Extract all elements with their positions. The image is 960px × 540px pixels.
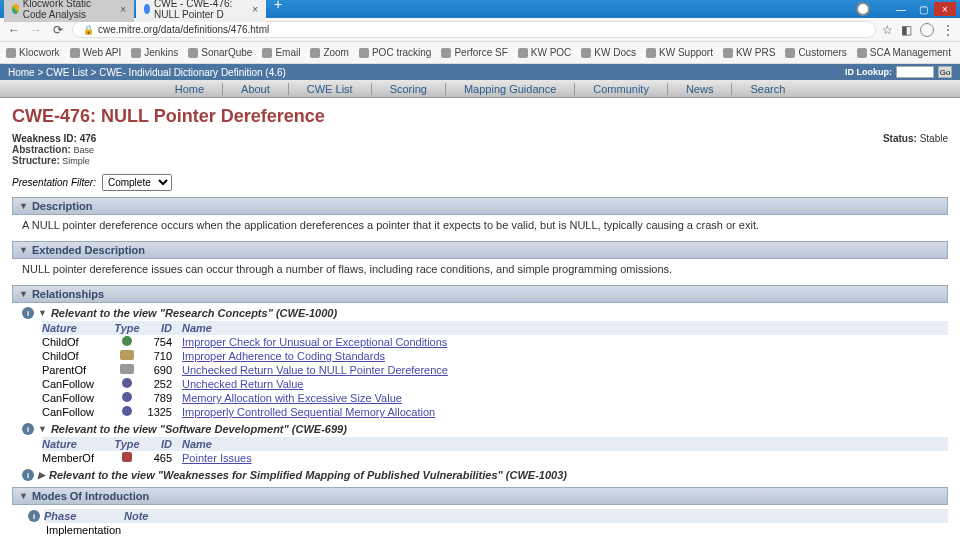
- chevron-down-icon: ▼: [38, 308, 47, 318]
- cwe-link[interactable]: Unchecked Return Value to NULL Pointer D…: [182, 364, 448, 376]
- bookmark-item[interactable]: KW Docs: [581, 47, 636, 58]
- browser-tab-klocwork[interactable]: Klocwork Static Code Analysis ×: [4, 0, 134, 22]
- id-lookup-input[interactable]: [896, 66, 934, 78]
- nav-mapping-guidance[interactable]: Mapping Guidance: [446, 83, 575, 95]
- minimize-button[interactable]: —: [890, 2, 912, 16]
- tab-title: Klocwork Static Code Analysis: [23, 0, 113, 20]
- chevron-down-icon: ▼: [19, 245, 28, 255]
- bookmark-item[interactable]: KW Support: [646, 47, 713, 58]
- info-icon[interactable]: i: [22, 423, 34, 435]
- relationship-row: ParentOf690Unchecked Return Value to NUL…: [42, 363, 948, 377]
- bookmark-icon: [518, 48, 528, 58]
- tab-title: CWE - CWE-476: NULL Pointer D: [154, 0, 244, 20]
- relationship-row: CanFollow789Memory Allocation with Exces…: [42, 391, 948, 405]
- bookmark-icon: [310, 48, 320, 58]
- account-icon[interactable]: [856, 2, 870, 16]
- bookmark-item[interactable]: KW PRS: [723, 47, 775, 58]
- bookmark-item[interactable]: Zoom: [310, 47, 349, 58]
- type-icon: [122, 378, 132, 388]
- window-controls: — ▢ ×: [856, 2, 956, 16]
- url-text: cwe.mitre.org/data/definitions/476.html: [98, 24, 269, 35]
- tab-favicon: [144, 4, 150, 14]
- bookmark-item[interactable]: Jenkins: [131, 47, 178, 58]
- presentation-filter-select[interactable]: Complete: [102, 174, 172, 191]
- nav-search[interactable]: Search: [732, 83, 803, 95]
- bookmark-item[interactable]: SonarQube: [188, 47, 252, 58]
- bookmark-item[interactable]: SCA Management: [857, 47, 951, 58]
- bookmark-icon: [723, 48, 733, 58]
- close-tab-icon[interactable]: ×: [120, 4, 126, 15]
- section-relationships[interactable]: ▼Relationships: [12, 285, 948, 303]
- id-lookup-label: ID Lookup:: [845, 67, 892, 77]
- extension-icon[interactable]: ◧: [901, 23, 912, 37]
- breadcrumb-list[interactable]: CWE List: [46, 67, 88, 78]
- tab-strip: Klocwork Static Code Analysis × CWE - CW…: [4, 0, 288, 22]
- cwe-link[interactable]: Improperly Controlled Sequential Memory …: [182, 406, 435, 418]
- type-icon: [122, 392, 132, 402]
- bookmarks-bar: KlocworkWeb APIJenkinsSonarQubeEmailZoom…: [0, 42, 960, 64]
- bookmark-icon: [188, 48, 198, 58]
- main-content: CWE-476: NULL Pointer Dereference Weakne…: [0, 98, 960, 540]
- type-icon: [120, 350, 134, 360]
- bookmark-icon: [646, 48, 656, 58]
- type-icon: [122, 336, 132, 346]
- cwe-link[interactable]: Pointer Issues: [182, 452, 252, 464]
- section-modes[interactable]: ▼Modes Of Introduction: [12, 487, 948, 505]
- close-window-button[interactable]: ×: [934, 2, 956, 16]
- type-icon: [122, 452, 132, 462]
- star-icon[interactable]: ☆: [882, 23, 893, 37]
- nav-news[interactable]: News: [668, 83, 733, 95]
- bookmark-item[interactable]: Perforce SF: [441, 47, 507, 58]
- bookmark-item[interactable]: Klocwork: [6, 47, 60, 58]
- bookmark-item[interactable]: POC tracking: [359, 47, 431, 58]
- bookmark-item[interactable]: Customers: [785, 47, 846, 58]
- presentation-filter: Presentation Filter: Complete: [12, 174, 948, 191]
- forward-button[interactable]: →: [28, 22, 44, 38]
- menu-icon[interactable]: ⋮: [942, 23, 954, 37]
- section-description[interactable]: ▼Description: [12, 197, 948, 215]
- section-extended[interactable]: ▼Extended Description: [12, 241, 948, 259]
- info-icon[interactable]: i: [22, 307, 34, 319]
- lock-icon: 🔒: [83, 25, 94, 35]
- relationship-row: ChildOf754Improper Check for Unusual or …: [42, 335, 948, 349]
- chevron-down-icon: ▼: [19, 201, 28, 211]
- id-lookup-go[interactable]: Go: [938, 66, 952, 78]
- profile-icon[interactable]: [920, 23, 934, 37]
- chevron-down-icon: ▼: [19, 491, 28, 501]
- id-lookup: ID Lookup: Go: [845, 66, 952, 78]
- bookmark-icon: [70, 48, 80, 58]
- window-titlebar: Klocwork Static Code Analysis × CWE - CW…: [0, 0, 960, 18]
- nav-scoring[interactable]: Scoring: [372, 83, 446, 95]
- nav-about[interactable]: About: [223, 83, 289, 95]
- bookmark-icon: [441, 48, 451, 58]
- bookmark-icon: [359, 48, 369, 58]
- bookmark-icon: [262, 48, 272, 58]
- type-icon: [120, 364, 134, 374]
- maximize-button[interactable]: ▢: [912, 2, 934, 16]
- bookmark-item[interactable]: Web API: [70, 47, 122, 58]
- nav-cwe-list[interactable]: CWE List: [289, 83, 372, 95]
- page-title: CWE-476: NULL Pointer Dereference: [12, 106, 948, 127]
- reload-button[interactable]: ⟳: [50, 22, 66, 38]
- bookmark-item[interactable]: KW POC: [518, 47, 572, 58]
- breadcrumb-home[interactable]: Home: [8, 67, 35, 78]
- info-icon[interactable]: i: [22, 469, 34, 481]
- relationship-row: ChildOf710Improper Adherence to Coding S…: [42, 349, 948, 363]
- nav-community[interactable]: Community: [575, 83, 668, 95]
- info-icon[interactable]: i: [28, 510, 40, 522]
- browser-tab-cwe[interactable]: CWE - CWE-476: NULL Pointer D ×: [136, 0, 266, 22]
- close-tab-icon[interactable]: ×: [252, 4, 258, 15]
- back-button[interactable]: ←: [6, 22, 22, 38]
- cwe-link[interactable]: Improper Adherence to Coding Standards: [182, 350, 385, 362]
- cwe-link[interactable]: Improper Check for Unusual or Exceptiona…: [182, 336, 447, 348]
- url-input[interactable]: 🔒 cwe.mitre.org/data/definitions/476.htm…: [72, 21, 876, 38]
- bookmark-icon: [6, 48, 16, 58]
- cwe-link[interactable]: Memory Allocation with Excessive Size Va…: [182, 392, 402, 404]
- breadcrumb-current: CWE- Individual Dictionary Definition (4…: [99, 67, 286, 78]
- bookmark-icon: [131, 48, 141, 58]
- nav-home[interactable]: Home: [157, 83, 223, 95]
- new-tab-button[interactable]: +: [268, 0, 288, 22]
- bookmark-item[interactable]: Email: [262, 47, 300, 58]
- cwe-link[interactable]: Unchecked Return Value: [182, 378, 303, 390]
- chevron-right-icon: ▶: [38, 470, 45, 480]
